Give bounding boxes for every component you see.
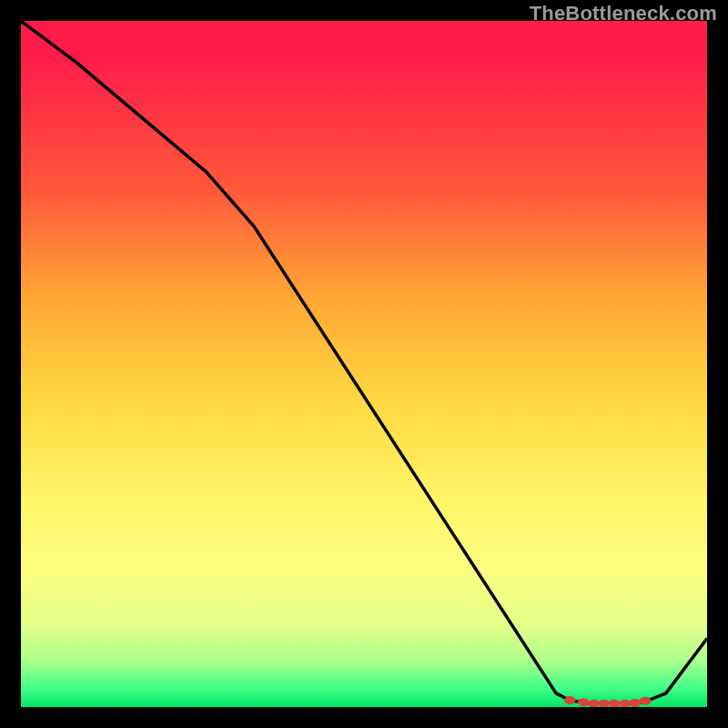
chart-svg [21, 21, 707, 707]
marker-dot [609, 700, 620, 707]
marker-dot [630, 700, 641, 707]
marker-dot [620, 700, 631, 707]
marker-dot [599, 700, 610, 707]
marker-dot [589, 700, 600, 707]
marker-dot [564, 697, 575, 704]
chart-container: TheBottleneck.com [0, 0, 728, 728]
bottleneck-curve [21, 21, 707, 703]
plot-area [21, 21, 707, 707]
marker-dot [640, 697, 651, 704]
marker-dot [578, 699, 589, 706]
